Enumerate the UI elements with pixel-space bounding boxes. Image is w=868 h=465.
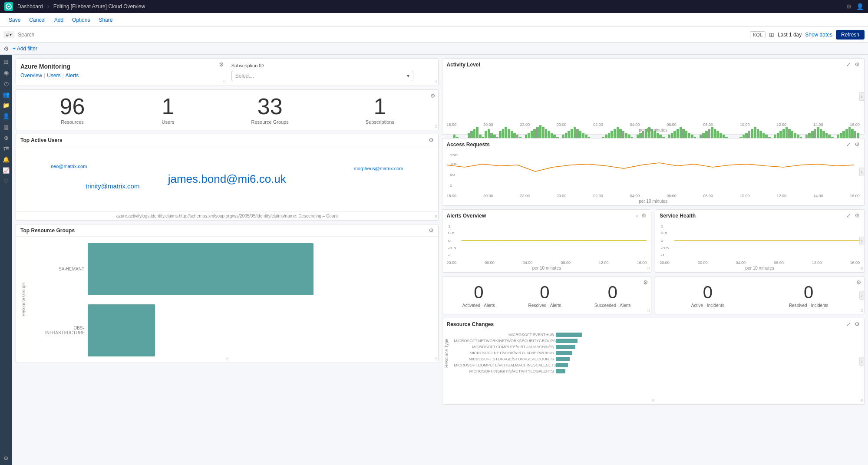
rc-title: Resource Changes: [447, 321, 494, 327]
users-link[interactable]: Users: [47, 73, 60, 79]
sidebar-icon-settings[interactable]: ⚙: [3, 455, 9, 462]
resolved-alerts-count: 0: [528, 283, 561, 302]
x-label-2: 20:00: [483, 122, 493, 127]
resize-handle-users[interactable]: ⠿: [434, 214, 437, 219]
rc-row-3: MICROSOFT.COMPUTE/VIRTUALMACHINES: [454, 345, 861, 349]
sidebar-icon-grid[interactable]: ▦: [3, 124, 9, 130]
access-side-expand[interactable]: ›: [859, 168, 865, 176]
x-label-1: 18:00: [447, 122, 457, 127]
azure-panel-gear[interactable]: ⚙: [219, 61, 224, 68]
activated-label: Activated - Alerts: [462, 303, 495, 308]
alerts-chart-area: 1 0.5 0 -0.5 -1: [442, 221, 651, 261]
activity-chart-area: [442, 70, 865, 122]
svg-text:-1: -1: [448, 253, 452, 257]
rg-bar-2: [88, 304, 155, 356]
save-button[interactable]: Save: [5, 16, 24, 24]
activity-level-panel: Activity Level ⤢ ⚙: [442, 58, 865, 135]
add-button[interactable]: Add: [51, 16, 67, 24]
sidebar-icon-clock[interactable]: ◷: [4, 80, 9, 87]
activity-x-labels: 18:00 20:00 22:00 00:00 02:00 04:00 06:0…: [442, 122, 865, 127]
alerts-resize[interactable]: ⠿: [647, 267, 650, 271]
sidebar-icon-home[interactable]: ⊞: [3, 58, 9, 65]
sidebar-icon-folder[interactable]: 📁: [3, 102, 10, 109]
service-x-labels: 20:00 00:00 04:00 08:00 12:00 16:00: [655, 261, 864, 265]
settings-panel-icon[interactable]: ⚙: [3, 45, 9, 52]
resize-handle-stats[interactable]: ⠿: [434, 124, 437, 129]
activity-gear[interactable]: ⚙: [855, 61, 860, 68]
x-label-11: 14:00: [813, 122, 823, 127]
top-header: Dashboard › Editing [Filebeat Azure] Clo…: [0, 0, 868, 13]
svg-text:0: 0: [449, 183, 452, 187]
service-resize[interactable]: ⠿: [860, 267, 863, 271]
rc-row-7: MICROSOFT.INSIGHTS/ACTIVITYLOGALERTS: [454, 369, 861, 373]
filter-prefix[interactable]: # ▾: [3, 31, 14, 38]
rc-side-expand[interactable]: ›: [859, 357, 865, 366]
sidebar-icon-compass[interactable]: ◉: [4, 69, 9, 76]
rg-scroll[interactable]: ⠿: [225, 357, 228, 362]
sidebar-icon-alert[interactable]: 🔔: [3, 156, 10, 163]
rc-gear[interactable]: ⚙: [855, 321, 860, 327]
show-dates-button[interactable]: Show dates: [805, 32, 832, 38]
resource-groups-label: Resource Groups: [251, 119, 289, 125]
sidebar-icon-map[interactable]: 🗺: [3, 145, 9, 152]
alerts-header: Alerts Overview ‹ ⚙: [442, 210, 651, 221]
settings-icon[interactable]: ⚙: [846, 3, 852, 10]
user-icon[interactable]: 👤: [856, 3, 864, 10]
search-input[interactable]: [18, 32, 746, 38]
activity-title: Activity Level: [447, 62, 480, 68]
access-gear[interactable]: ⚙: [855, 141, 860, 148]
rg-chart-area: Resource Groups SA-HEMANT OBS-INFRASTRUC…: [16, 237, 438, 363]
alerts-title: Alerts Overview: [447, 213, 486, 219]
stats-gear[interactable]: ⚙: [430, 92, 436, 99]
svg-text:100: 100: [449, 162, 457, 165]
sidebar-icon-users[interactable]: 👥: [3, 91, 10, 98]
resolved-alerts: 0 Resolved - Alerts: [528, 283, 561, 308]
incidents-resize[interactable]: ⠿: [860, 308, 863, 313]
activity-expand[interactable]: ⤢: [846, 61, 851, 68]
kql-badge[interactable]: KQL: [750, 31, 766, 38]
rc-rows: MICROSOFT.EVENTHUB MICROSOFT.NETWORK/NET…: [451, 330, 865, 376]
overview-link[interactable]: Overview: [20, 73, 42, 79]
sidebar-icon-apm[interactable]: 📈: [3, 167, 10, 174]
azure-links: Overview | Users | Alerts: [20, 73, 222, 79]
sidebar-icon-person[interactable]: 👤: [3, 113, 10, 119]
rc-scroll[interactable]: ⠿: [652, 399, 655, 403]
incidents-side-expand[interactable]: ›: [859, 291, 865, 300]
access-expand[interactable]: ⤢: [846, 141, 851, 148]
resize-handle-azure[interactable]: ⠿: [223, 80, 226, 85]
resize-handle-sub[interactable]: ⠿: [434, 80, 437, 85]
users-panel-gear[interactable]: ⚙: [429, 137, 434, 143]
activity-side-expand[interactable]: ›: [859, 92, 865, 101]
rg-panel-gear[interactable]: ⚙: [429, 227, 434, 234]
rg-bar-row-2: OBS-INFRASTRUCTURE: [45, 304, 435, 356]
resolved-alerts-label: Resolved - Alerts: [528, 303, 561, 308]
svg-text:1: 1: [448, 224, 450, 228]
resize-handle-rg[interactable]: ⠿: [434, 357, 437, 362]
service-expand[interactable]: ⤢: [846, 212, 851, 219]
resource-changes-panel: Resource Changes ⤢ ⚙ Resource Type MICRO…: [442, 318, 865, 405]
link-sep2: |: [62, 73, 63, 79]
top-active-users-panel: Top Active Users ⚙ neo@matrix.com james.…: [16, 134, 439, 221]
rc-expand[interactable]: ⤢: [846, 321, 851, 327]
sidebar-icon-uptime[interactable]: ♡: [3, 178, 9, 185]
alerts-metrics-gear[interactable]: ⚙: [643, 279, 648, 286]
rc-resize[interactable]: ⠿: [860, 399, 863, 403]
alerts-gear[interactable]: ⚙: [641, 212, 647, 219]
svg-text:150: 150: [449, 153, 457, 157]
alerts-collapse[interactable]: ‹: [636, 212, 638, 219]
alerts-link[interactable]: Alerts: [66, 73, 79, 79]
add-filter-button[interactable]: + Add filter: [13, 46, 37, 52]
rc-row-4: MICROSOFT.NETWORK/VIRTUALNETWORKS: [454, 351, 861, 355]
share-button[interactable]: Share: [95, 16, 116, 24]
user-trinity: trinity@matrix.com: [86, 182, 139, 190]
service-side-expand[interactable]: ›: [859, 237, 865, 245]
view-options-icon[interactable]: ⊞: [769, 31, 774, 38]
options-button[interactable]: Options: [69, 16, 93, 24]
alerts-resize[interactable]: ⠿: [647, 308, 650, 313]
sidebar-icon-dev[interactable]: ⊕: [4, 135, 9, 141]
service-gear[interactable]: ⚙: [855, 212, 860, 219]
subscription-select[interactable]: Select... ▾: [231, 71, 413, 81]
cancel-button[interactable]: Cancel: [26, 16, 49, 24]
refresh-button[interactable]: Refresh: [836, 30, 865, 40]
incidents-metrics-gear[interactable]: ⚙: [856, 279, 861, 286]
